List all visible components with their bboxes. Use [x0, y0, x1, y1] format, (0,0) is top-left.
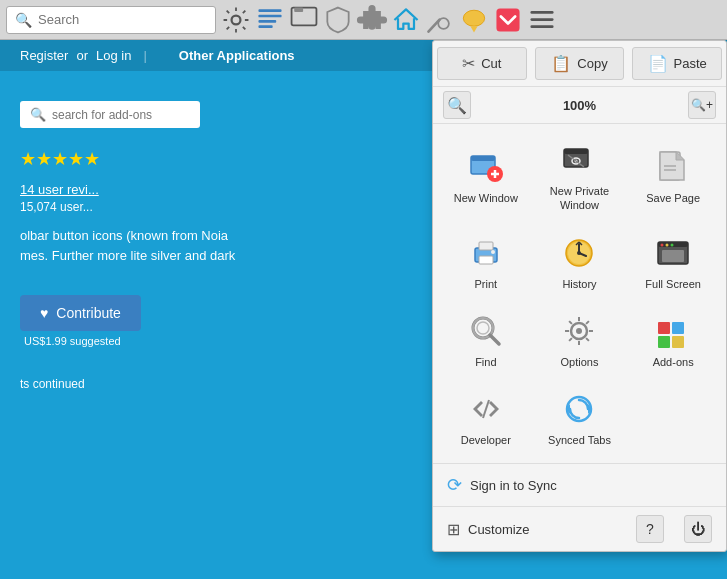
zoom-out-icon: 🔍 — [447, 96, 467, 115]
private-window-icon — [559, 140, 599, 180]
new-window-menu-item[interactable]: New Window — [441, 132, 531, 221]
paste-button[interactable]: 📄 Paste — [632, 47, 722, 80]
full-screen-menu-item[interactable]: Full Screen — [628, 225, 718, 299]
svg-point-36 — [577, 251, 581, 255]
clipboard-row: ✂ Cut 📋 Copy 📄 Paste — [433, 41, 726, 87]
addon-search-input[interactable] — [52, 108, 202, 122]
page-area: Register or Log in | Other Applications … — [0, 40, 727, 579]
search-input[interactable] — [38, 12, 207, 27]
help-button[interactable]: ? — [636, 515, 664, 543]
save-page-label: Save Page — [646, 191, 700, 205]
svg-point-0 — [232, 15, 241, 24]
synced-tabs-label: Synced Tabs — [548, 433, 611, 447]
browser-toolbar: 🔍 — [0, 0, 727, 40]
hamburger-menu-icon[interactable] — [526, 4, 558, 36]
history-icon — [559, 233, 599, 273]
options-label: Options — [561, 355, 599, 369]
zoom-out-button[interactable]: 🔍 — [443, 91, 471, 119]
svg-marker-10 — [470, 26, 477, 32]
cut-icon: ✂ — [462, 54, 475, 73]
customize-label[interactable]: Customize — [468, 522, 628, 537]
zoom-in-icon: 🔍+ — [691, 98, 713, 112]
svg-rect-4 — [258, 25, 272, 28]
save-page-menu-item[interactable]: Save Page — [628, 132, 718, 221]
tabs-icon[interactable] — [288, 4, 320, 36]
tools-icon[interactable] — [424, 4, 456, 36]
sign-in-row[interactable]: ⟳ Sign in to Sync — [433, 464, 726, 507]
svg-rect-12 — [530, 11, 553, 14]
shield-icon[interactable] — [322, 4, 354, 36]
svg-line-47 — [490, 335, 499, 344]
sign-in-sync-icon: ⟳ — [447, 474, 462, 496]
developer-menu-item[interactable]: Developer — [441, 381, 531, 455]
svg-rect-16 — [471, 156, 495, 161]
svg-rect-11 — [496, 8, 519, 31]
svg-rect-3 — [258, 20, 276, 23]
save-page-icon — [653, 147, 693, 187]
search-bar[interactable]: 🔍 — [6, 6, 216, 34]
login-link[interactable]: Log in — [96, 48, 131, 63]
settings-icon[interactable] — [220, 4, 252, 36]
svg-rect-51 — [658, 322, 670, 334]
power-icon: ⏻ — [691, 521, 705, 537]
synced-tabs-icon — [559, 389, 599, 429]
svg-line-55 — [483, 400, 489, 418]
svg-rect-30 — [479, 256, 493, 264]
extensions-icon[interactable] — [356, 4, 388, 36]
search-magnifier-icon: 🔍 — [15, 12, 32, 28]
paste-icon: 📄 — [648, 54, 668, 73]
contribute-button[interactable]: ♥ Contribute — [20, 295, 141, 331]
zoom-in-button[interactable]: 🔍+ — [688, 91, 716, 119]
full-screen-label: Full Screen — [645, 277, 701, 291]
print-label: Print — [475, 277, 498, 291]
svg-point-50 — [576, 328, 582, 334]
cut-button[interactable]: ✂ Cut — [437, 47, 527, 80]
svg-rect-2 — [258, 14, 281, 17]
find-label: Find — [475, 355, 496, 369]
addons-icon — [653, 311, 693, 351]
developer-label: Developer — [461, 433, 511, 447]
addon-search-bar[interactable]: 🔍 — [20, 101, 200, 128]
svg-rect-44 — [662, 250, 684, 262]
svg-rect-13 — [530, 18, 553, 21]
add-ons-menu-item[interactable]: Add-ons — [628, 303, 718, 377]
new-private-window-menu-item[interactable]: New Private Window — [535, 132, 625, 221]
synced-tabs-menu-item[interactable]: Synced Tabs — [535, 381, 625, 455]
other-apps-label: Other Applications — [179, 48, 295, 63]
register-link[interactable]: Register — [20, 48, 68, 63]
svg-point-41 — [661, 243, 664, 246]
power-button[interactable]: ⏻ — [684, 515, 712, 543]
svg-point-43 — [671, 243, 674, 246]
fullscreen-icon — [653, 233, 693, 273]
svg-point-42 — [666, 243, 669, 246]
svg-rect-29 — [479, 242, 493, 250]
find-menu-item[interactable]: Find — [441, 303, 531, 377]
copy-button[interactable]: 📋 Copy — [535, 47, 625, 80]
history-menu-item[interactable]: History — [535, 225, 625, 299]
bookmarks-list-icon[interactable] — [254, 4, 286, 36]
addon-search-magnifier-icon: 🔍 — [30, 107, 46, 122]
chat-icon[interactable] — [458, 4, 490, 36]
print-icon — [466, 233, 506, 273]
home-icon[interactable] — [390, 4, 422, 36]
svg-rect-53 — [658, 336, 670, 348]
toolbar-icons — [220, 4, 721, 36]
options-icon — [559, 311, 599, 351]
zoom-level-display: 100% — [563, 98, 596, 113]
developer-icon — [466, 389, 506, 429]
find-icon — [466, 311, 506, 351]
add-ons-label: Add-ons — [653, 355, 694, 369]
zoom-row: 🔍 100% 🔍+ — [433, 87, 726, 124]
new-window-icon — [466, 147, 506, 187]
pocket-icon[interactable] — [492, 4, 524, 36]
customize-row: ⊞ Customize ? ⏻ — [433, 507, 726, 551]
new-private-window-label: New Private Window — [550, 184, 609, 213]
nav-or: or — [76, 48, 88, 63]
print-menu-item[interactable]: Print — [441, 225, 531, 299]
options-menu-item[interactable]: Options — [535, 303, 625, 377]
svg-rect-52 — [672, 322, 684, 334]
svg-rect-21 — [564, 149, 588, 154]
history-label: History — [562, 277, 596, 291]
nav-divider: | — [143, 48, 146, 63]
review-link[interactable]: 14 user revi... — [20, 182, 99, 197]
